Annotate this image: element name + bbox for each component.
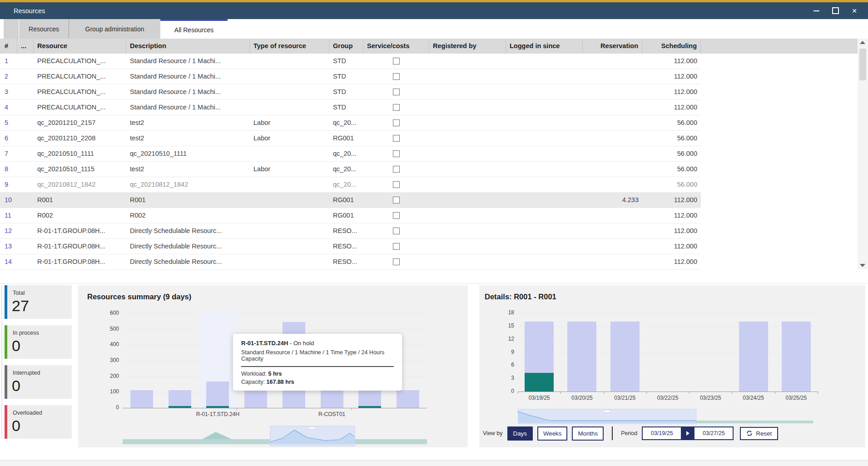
details-navigator[interactable] <box>518 409 813 424</box>
view-days-button[interactable]: Days <box>507 426 533 441</box>
table-row[interactable]: 1PRECALCULATION_...Standard Resource / 1… <box>0 54 701 69</box>
row-number[interactable]: 9 <box>0 177 17 192</box>
row-gutter <box>17 100 34 115</box>
capacity-bar[interactable] <box>321 390 343 408</box>
table-row[interactable]: 14R-01-1T.GROUP.08H...Directly Schedulab… <box>0 254 701 270</box>
table-scrollbar[interactable] <box>858 39 868 269</box>
stat-card-interrupted[interactable]: Interrupted0 <box>5 365 72 399</box>
period-from-field[interactable]: 03/19/25 <box>642 426 682 440</box>
stat-card-overloaded[interactable]: Overloaded0 <box>5 405 72 439</box>
service-costs-checkbox[interactable] <box>393 104 400 111</box>
view-months-button[interactable]: Months <box>572 426 604 441</box>
table-row[interactable]: 4PRECALCULATION_...Standard Resource / 1… <box>0 100 701 115</box>
column-header-scheduling[interactable]: Scheduling <box>642 39 701 54</box>
capacity-bar[interactable] <box>130 390 153 408</box>
capacity-bar[interactable] <box>169 390 191 408</box>
row-number[interactable]: 6 <box>0 131 17 146</box>
reset-button[interactable]: Reset <box>740 427 778 440</box>
row-number[interactable]: 8 <box>0 162 17 177</box>
controls-divider <box>612 426 613 440</box>
service-costs-checkbox[interactable] <box>393 119 400 126</box>
table-row[interactable]: 7qc_20210510_1111qc_20210510_1111qc_20..… <box>0 146 701 162</box>
tab-resources[interactable]: Resources <box>19 19 69 39</box>
navigator-handle[interactable] <box>604 410 610 412</box>
period-to-field[interactable]: 03/27/25 <box>694 426 734 440</box>
row-number[interactable]: 4 <box>0 100 17 115</box>
table-row[interactable]: 10R001R001RG0014.233112.000 <box>0 193 701 208</box>
tab-stub <box>4 19 19 39</box>
capacity-bar[interactable] <box>358 390 381 408</box>
row-number[interactable]: 13 <box>0 239 17 254</box>
service-costs-checkbox[interactable] <box>393 258 400 265</box>
cell-logged-in-since <box>506 54 583 69</box>
column-header-group[interactable]: Group <box>329 39 363 54</box>
view-weeks-button[interactable]: Weeks <box>537 426 568 441</box>
close-button[interactable]: × <box>851 7 858 15</box>
row-number[interactable]: 3 <box>0 84 17 99</box>
service-costs-checkbox[interactable] <box>393 58 400 64</box>
column-header-service-costs[interactable]: Service/costs <box>363 39 429 54</box>
cell-reservation <box>583 239 642 254</box>
row-number[interactable]: 5 <box>0 115 17 130</box>
service-costs-checkbox[interactable] <box>393 212 400 219</box>
row-number[interactable]: 14 <box>0 254 17 269</box>
service-costs-checkbox[interactable] <box>393 243 400 250</box>
row-number[interactable]: 12 <box>0 223 17 238</box>
tab-group-administration[interactable]: Group administration <box>69 19 160 39</box>
row-number[interactable]: 11 <box>0 208 17 223</box>
minimize-button[interactable] <box>813 7 820 15</box>
table-row[interactable]: 5qc_20201210_2157test2Laborqc_20...56.00… <box>0 115 701 131</box>
row-number[interactable]: 7 <box>0 146 17 161</box>
stat-card-total[interactable]: Total27 <box>5 285 72 319</box>
row-number[interactable]: 10 <box>0 193 17 208</box>
capacity-bar[interactable] <box>782 322 811 392</box>
row-number[interactable]: 1 <box>0 54 17 69</box>
service-costs-checkbox[interactable] <box>393 73 400 80</box>
column-header-description[interactable]: Description <box>126 39 250 54</box>
service-costs-checkbox[interactable] <box>393 166 400 173</box>
capacity-bar[interactable] <box>397 390 419 408</box>
column-header-logged-in-since[interactable]: Logged in since <box>506 39 583 54</box>
cell-type <box>250 69 329 84</box>
scrollbar-thumb[interactable] <box>859 49 866 80</box>
capacity-bar[interactable] <box>610 322 640 392</box>
service-costs-checkbox[interactable] <box>393 150 400 157</box>
service-costs-checkbox[interactable] <box>393 197 400 203</box>
capacity-bar[interactable] <box>739 322 768 392</box>
column-header-type[interactable]: Type of resource <box>250 39 329 54</box>
table-row[interactable]: 12R-01-1T.GROUP.08H...Directly Schedulab… <box>0 223 701 239</box>
scroll-down-icon[interactable] <box>860 264 865 267</box>
table-row[interactable]: 2PRECALCULATION_...Standard Resource / 1… <box>0 69 701 84</box>
row-number[interactable]: 2 <box>0 69 17 84</box>
column-header-registered-by[interactable]: Registered by <box>429 39 506 54</box>
table-row[interactable]: 6qc_20201210_2208test2LaborRG00156.000 <box>0 131 701 146</box>
table-row[interactable]: 11R002R002RG001112.000 <box>0 208 701 223</box>
column-header-resource[interactable]: Resource <box>34 39 126 54</box>
table-row[interactable]: 3PRECALCULATION_...Standard Resource / 1… <box>0 84 701 100</box>
capacity-bar[interactable] <box>567 322 596 392</box>
cell-reservation <box>583 115 642 130</box>
cell-logged-in-since <box>506 146 583 161</box>
table-row[interactable]: 8qc_20210510_1115test2Laborqc_20...56.00… <box>0 162 701 177</box>
maximize-button[interactable] <box>832 7 839 15</box>
table-row[interactable]: 9qc_20210812_1842qc_20210812_1842qc_20..… <box>0 177 701 193</box>
scroll-up-icon[interactable] <box>860 41 865 44</box>
column-header-num[interactable]: # <box>0 39 17 54</box>
service-costs-checkbox[interactable] <box>393 181 400 188</box>
service-costs-checkbox[interactable] <box>393 135 400 142</box>
service-costs-checkbox[interactable] <box>393 89 400 95</box>
cell-scheduling: 112.000 <box>642 69 701 84</box>
workload-bar[interactable] <box>525 373 554 392</box>
column-header-more[interactable]: ... <box>17 39 34 54</box>
column-header-reservation[interactable]: Reservation <box>583 39 642 54</box>
capacity-bar[interactable] <box>206 382 229 408</box>
cell-logged-in-since <box>506 69 583 84</box>
table-row[interactable]: 13R-01-1T.GROUP.08H...Directly Schedulab… <box>0 239 701 254</box>
stat-card-in-process[interactable]: In process0 <box>5 325 72 359</box>
y-tick-label: 600 <box>103 310 119 316</box>
service-costs-checkbox[interactable] <box>393 228 400 234</box>
summary-navigator[interactable] <box>123 426 427 446</box>
navigator-handle[interactable] <box>309 427 316 429</box>
tab-all-resources[interactable]: All Resources <box>160 19 228 39</box>
period-arrow-button[interactable] <box>682 426 694 440</box>
